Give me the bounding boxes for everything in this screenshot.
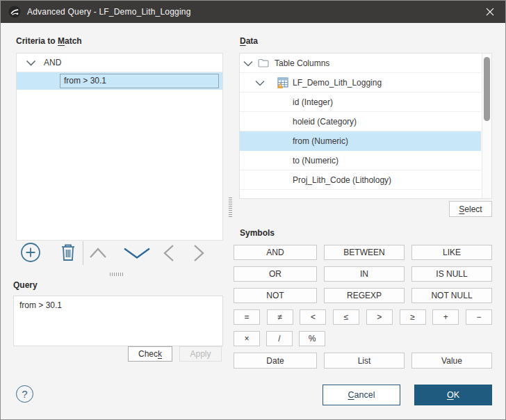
cancel-button[interactable]: Cancel xyxy=(323,385,400,405)
criteria-label: Criteria to Match xyxy=(16,36,82,46)
op-minus-button[interactable]: − xyxy=(466,309,492,325)
op-multiply-button[interactable]: × xyxy=(234,331,260,346)
symbol-between-button[interactable]: BETWEEN xyxy=(324,245,405,260)
value-button-row: Date List Value xyxy=(234,353,492,369)
list-button[interactable]: List xyxy=(324,353,405,369)
vertical-splitter-grip[interactable] xyxy=(229,197,232,217)
scrollbar-thumb[interactable] xyxy=(484,57,490,121)
app-logo-icon xyxy=(8,6,21,18)
tree-row-table[interactable]: LF_Demo_Lith_Logging xyxy=(240,73,481,92)
symbols-label: Symbols xyxy=(240,228,275,238)
tree-label: id (Integer) xyxy=(293,97,333,107)
check-button[interactable]: Check xyxy=(128,346,172,362)
tree-row-column-selected[interactable]: from (Numeric) xyxy=(240,131,481,151)
add-criteria-button[interactable] xyxy=(20,242,41,263)
op-greater-equal-button[interactable]: ≥ xyxy=(400,309,426,325)
question-mark-icon: ? xyxy=(22,388,27,400)
operator-row-2: × / % xyxy=(234,331,325,346)
query-label: Query xyxy=(13,280,38,290)
symbol-and-button[interactable]: AND xyxy=(234,245,317,260)
op-greater-than-button[interactable]: > xyxy=(366,309,393,325)
move-left-button[interactable] xyxy=(163,244,174,262)
tree-row-column[interactable]: to (Numeric) xyxy=(240,151,481,170)
data-label: Data xyxy=(240,36,258,46)
chevron-down-icon xyxy=(255,80,265,86)
symbol-not-button[interactable]: NOT xyxy=(234,288,317,303)
symbol-in-button[interactable]: IN xyxy=(324,266,405,282)
criteria-tree: AND from > 30.1 xyxy=(16,53,223,241)
criteria-root-label: AND xyxy=(44,58,61,67)
operator-row-1: = ≠ < ≤ > ≥ + − xyxy=(234,309,492,325)
tree-row-column[interactable]: id (Integer) xyxy=(240,92,481,112)
data-tree-scrollbar[interactable] xyxy=(482,54,491,198)
tree-label: LF_Demo_Lith_Logging xyxy=(293,78,382,88)
symbol-notnull-button[interactable]: NOT NULL xyxy=(411,288,492,303)
symbol-isnull-button[interactable]: IS NULL xyxy=(411,266,492,282)
select-button[interactable]: Select xyxy=(449,201,492,217)
ok-button[interactable]: OK xyxy=(414,385,492,405)
delete-criteria-button[interactable] xyxy=(59,242,77,263)
op-divide-button[interactable]: / xyxy=(266,331,293,346)
tree-row-column[interactable]: holeid (Category) xyxy=(240,112,481,131)
horizontal-splitter-grip[interactable] xyxy=(110,273,124,276)
data-tree: Table Columns LF_Demo_Lith_Logging id (I… xyxy=(239,53,492,199)
window-title: Advanced Query - LF_Demo_Lith_Logging xyxy=(27,7,191,17)
move-down-button[interactable] xyxy=(123,247,151,259)
symbols-keyword-grid: AND BETWEEN LIKE OR IN IS NULL NOT REGEX… xyxy=(234,245,492,303)
op-less-than-button[interactable]: < xyxy=(300,309,326,325)
tree-label: holeid (Category) xyxy=(293,117,357,127)
table-warning-icon xyxy=(277,77,288,88)
apply-button[interactable]: Apply xyxy=(179,346,222,362)
criteria-expression-editor[interactable]: from > 30.1 xyxy=(60,74,219,88)
tree-label: Proj_Lith_Code (Lithology) xyxy=(293,175,391,185)
close-icon xyxy=(486,8,494,16)
chevron-down-icon xyxy=(26,60,36,66)
value-button[interactable]: Value xyxy=(411,353,492,369)
op-not-equals-button[interactable]: ≠ xyxy=(267,309,293,325)
titlebar: Advanced Query - LF_Demo_Lith_Logging xyxy=(1,1,505,23)
criteria-selected-row[interactable]: from > 30.1 xyxy=(17,72,222,90)
help-button[interactable]: ? xyxy=(16,385,33,403)
move-up-button[interactable] xyxy=(89,247,107,259)
move-right-button[interactable] xyxy=(193,244,205,262)
tree-label: to (Numeric) xyxy=(293,156,338,165)
symbol-or-button[interactable]: OR xyxy=(234,266,317,282)
date-button[interactable]: Date xyxy=(234,353,317,369)
criteria-root-node[interactable]: AND xyxy=(17,54,222,72)
toolbar-divider xyxy=(83,241,83,265)
symbol-regexp-button[interactable]: REGEXP xyxy=(324,288,405,303)
symbol-like-button[interactable]: LIKE xyxy=(411,245,492,260)
op-equals-button[interactable]: = xyxy=(234,309,260,325)
query-text-area[interactable]: from > 30.1 xyxy=(13,296,223,346)
tree-row-column[interactable]: Proj_Lith_Code (Lithology) xyxy=(240,170,481,190)
tree-label: Table Columns xyxy=(275,58,329,68)
tree-row-table-columns[interactable]: Table Columns xyxy=(240,54,481,73)
chevron-down-icon xyxy=(243,60,253,67)
tree-label: from (Numeric) xyxy=(293,136,348,146)
op-plus-button[interactable]: + xyxy=(432,309,459,325)
advanced-query-dialog: Advanced Query - LF_Demo_Lith_Logging Cr… xyxy=(0,0,506,420)
close-button[interactable] xyxy=(474,1,505,23)
op-less-equal-button[interactable]: ≤ xyxy=(333,309,359,325)
op-modulo-button[interactable]: % xyxy=(299,331,325,346)
folder-icon xyxy=(258,58,269,67)
